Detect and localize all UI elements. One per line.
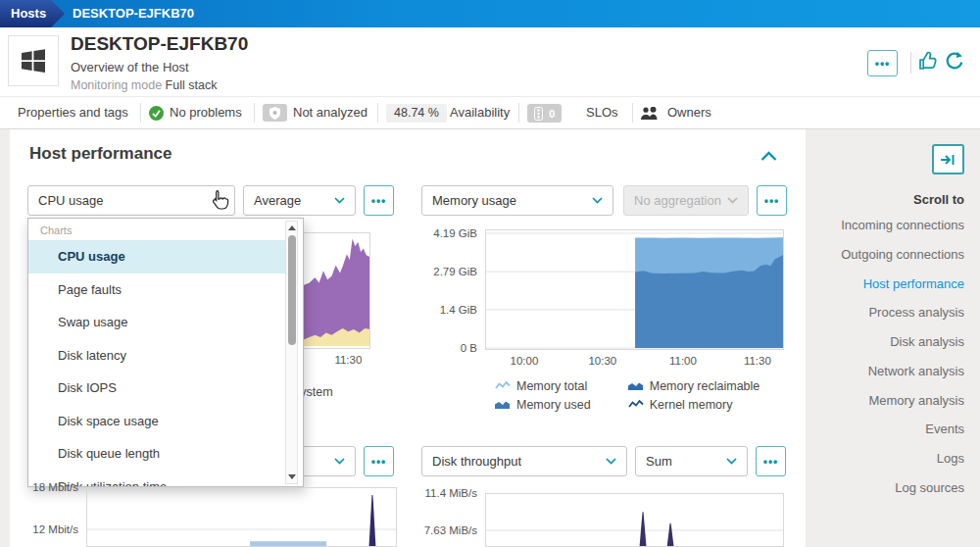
metric-select-cpu-value: CPU usage [38,193,103,208]
slo-badge: 0 [527,104,562,123]
tab-properties-and-tags[interactable]: Properties and tags [18,105,128,120]
breadcrumb-hosts[interactable]: Hosts [0,0,65,27]
dropdown-list: CPU usagePage faultsSwap usageDisk laten… [28,240,285,487]
area-swatch-icon [628,380,644,391]
scrollto-events[interactable]: Events [925,422,964,436]
hand-pointer-icon [209,188,232,214]
mouse-cursor [209,188,232,218]
shield-icon [263,104,287,122]
y-tick-label: 18 Mbit/s [32,481,78,493]
like-button[interactable] [918,51,940,75]
dropdown-item-swap-usage[interactable]: Swap usage [28,306,285,339]
metric-select-memory[interactable]: Memory usage [421,185,613,216]
refresh-icon [944,51,964,72]
tab-separator [140,103,141,123]
tab-separator [632,103,633,123]
tab-availability[interactable]: Availability [450,105,510,120]
chevron-down-icon [727,197,738,204]
tab-separator [518,103,519,123]
entity-tabbar: Properties and tags No problems Not anal… [0,97,980,129]
refresh-button[interactable] [944,51,964,75]
scrollto-network-analysis[interactable]: Network analysis [868,364,964,378]
y-tick-label: 7.63 MiB/s [424,524,477,536]
arrow-to-bar-icon [940,153,956,167]
scrollto-host-performance[interactable]: Host performance [863,276,964,291]
monitoring-mode: Monitoring mode Full stack [71,78,217,92]
scrollto-memory-analysis[interactable]: Memory analysis [868,393,964,408]
traffic-light-icon [534,107,543,121]
metric-select-disk-throughput[interactable]: Disk throughput [421,446,627,476]
scrollbar-up-arrow-icon[interactable] [288,225,296,230]
breadcrumb-current: DESKTOP-EJFKB70 [73,0,194,27]
aggregation-select-average-value: Average [254,193,301,208]
metric-select-cpu[interactable]: CPU usage [27,185,235,216]
legend-item-memory-reclaimable: Memory reclaimable [628,376,760,395]
dropdown-item-disk-space-usage[interactable]: Disk space usage [28,405,285,438]
x-tick-label: 10:30 [588,355,616,367]
chevron-up-icon [760,151,777,162]
scrollto-incoming-connections[interactable]: Incoming connections [841,218,964,232]
metric-dropdown: Charts CPU usagePage faultsSwap usageDis… [27,218,304,487]
breadcrumb: Hosts DESKTOP-EJFKB70 [0,0,980,27]
dropdown-item-cpu-usage[interactable]: CPU usage [28,240,285,274]
y-tick-label: 12 Mbit/s [32,523,78,535]
chevron-down-icon [726,458,737,465]
panel-title: Host performance [29,144,172,164]
chevron-down-icon [334,458,345,465]
check-circle-icon [149,106,164,124]
area-swatch-icon [495,399,511,410]
scrollto-log-sources[interactable]: Log sources [895,480,964,495]
line-swatch-icon [628,399,644,410]
y-tick-label: 0 B [461,342,477,354]
aggregation-select-disabled: No aggregation [623,185,749,216]
cpu-chart-options-button[interactable] [364,185,394,216]
aggregation-select-disabled-value: No aggregation [634,193,721,208]
memory-chart-options-button[interactable] [757,185,787,216]
dropdown-scrollbar[interactable] [285,221,298,484]
tab-owners[interactable]: Owners [667,105,711,120]
dropdown-item-disk-latency[interactable]: Disk latency [28,339,285,373]
tab-slos[interactable]: SLOs [586,105,618,120]
scrollbar-down-arrow-icon[interactable] [288,474,296,479]
header-separator [910,52,911,74]
x-tick-label: 11:00 [669,355,697,367]
sidebar-collapse-button[interactable] [932,144,964,174]
y-tick-label: 4.19 GiB [433,227,477,239]
line-swatch-icon [495,380,511,391]
scrollto-disk-analysis[interactable]: Disk analysis [890,334,964,349]
disk-throughput-chart: 11.4 MiB/s7.63 MiB/s [485,493,784,547]
x-tick-label: 10:00 [511,355,539,367]
page-title: DESKTOP-EJFKB70 [71,33,248,55]
monitoring-mode-label: Monitoring mode [71,78,162,92]
chevron-down-icon [334,197,345,204]
dropdown-item-disk-queue-length[interactable]: Disk queue length [28,437,285,471]
tab-separator [377,103,378,123]
legend-item-memory-used: Memory used [495,395,591,414]
disk-chart-options-button[interactable] [756,446,786,476]
tab-no-problems[interactable]: No problems [170,105,242,120]
aggregation-select-average[interactable]: Average [243,185,356,216]
tab-separator [254,103,255,123]
people-icon [640,107,660,124]
scrollbar-thumb[interactable] [288,235,296,345]
panel-collapse-button[interactable] [760,150,777,165]
scrollto-process-analysis[interactable]: Process analysis [868,305,964,320]
dropdown-item-disk-iops[interactable]: Disk IOPS [28,372,285,405]
scrollto-outgoing-connections[interactable]: Outgoing connections [841,247,964,262]
slo-count: 0 [549,108,555,120]
scrollto-logs[interactable]: Logs [937,451,964,466]
page-subtitle: Overview of the Host [71,60,189,75]
availability-badge: 48.74 % [386,104,447,123]
network-traffic-chart: 18 Mbit/s12 Mbit/s [86,487,397,547]
windows-icon [8,35,59,86]
tab-not-analyzed[interactable]: Not analyzed [293,105,368,120]
monitoring-mode-value: Full stack [166,78,218,92]
breadcrumb-hosts-label: Hosts [11,6,46,21]
header-more-button[interactable] [867,50,898,76]
aggregation-select-sum[interactable]: Sum [635,446,748,476]
network-chart-options-button[interactable] [364,446,394,476]
dropdown-item-page-faults[interactable]: Page faults [28,274,285,307]
memory-chart-legend: Memory totalMemory usedMemory reclaimabl… [495,376,760,414]
chevron-down-icon [606,458,616,465]
page-header: DESKTOP-EJFKB70 Overview of the Host Mon… [0,27,980,97]
